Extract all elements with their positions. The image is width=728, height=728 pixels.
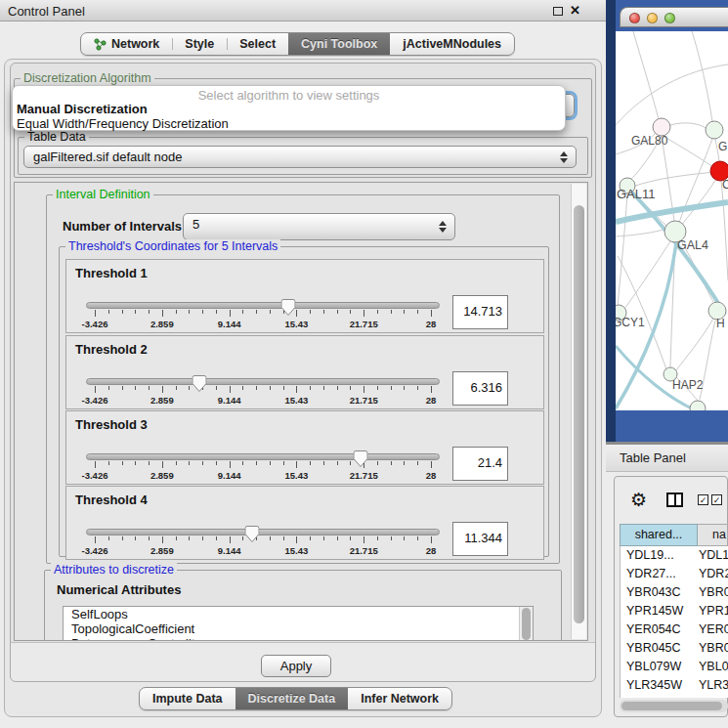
table-horizontal-scrollbar[interactable] [620, 700, 728, 712]
gear-icon[interactable]: ⚙ [630, 489, 647, 510]
tab-select[interactable]: Select [227, 33, 288, 55]
apply-button[interactable]: Apply [261, 655, 331, 677]
slider-thumb[interactable] [353, 450, 367, 471]
network-view-canvas[interactable]: GAL80GCGAL11GAL4GCY1HHAP2 [616, 31, 728, 410]
control-panel-titlebar [0, 0, 606, 21]
cell-shared-name: YIL052C [621, 695, 699, 698]
table-row[interactable]: YBL079WYBL0 [621, 658, 728, 676]
number-of-intervals-combobox[interactable]: 5 [183, 213, 455, 240]
column-header-shared[interactable]: shared... [620, 524, 698, 546]
interval-definition-group: Interval Definition Number of Intervals … [46, 194, 560, 564]
close-traffic-light-icon[interactable] [629, 13, 640, 23]
node-table-body[interactable]: YDL19...YDL1YDR27...YDR2YBR043CYBR0YPR14… [620, 546, 728, 698]
attributes-list[interactable]: SelfLoopsTopologicalCoefficientBetweenne… [63, 606, 534, 641]
table-data-value: galFiltered.sif default node [33, 150, 182, 164]
tick-label: 2.859 [150, 319, 174, 329]
tick-label: 9.144 [218, 395, 241, 406]
table-row[interactable]: YLR345WYLR3 [621, 676, 728, 695]
attributes-list-scrollbar[interactable] [519, 607, 533, 641]
network-edge[interactable] [670, 123, 706, 128]
table-row[interactable]: YIL052CYIL0 [621, 695, 728, 698]
thresholds-group: Threshold's Coordinates for 5 Intervals … [59, 246, 549, 557]
table-row[interactable]: YBR043CYBR0 [621, 583, 728, 602]
tick-label: -3.426 [82, 395, 108, 406]
screen: Control Panel ✕ NetworkStyleSelectCyni T… [0, 0, 728, 728]
tick-label: -3.426 [82, 545, 108, 556]
popup-option-equal-width-frequency-discretization[interactable]: Equal Width/Frequency Discretization [13, 116, 565, 131]
threshold-value-field[interactable]: 14.713 [452, 295, 508, 329]
network-edge[interactable] [662, 135, 714, 168]
attribute-item-topologicalcoefficient[interactable]: TopologicalCoefficient [64, 621, 533, 636]
tab-label: Select [239, 37, 276, 51]
cell-shared-name: YLR345W [621, 676, 699, 695]
tick-label: 9.144 [218, 470, 241, 481]
network-edge[interactable] [692, 31, 712, 121]
tab-impute-data[interactable]: Impute Data [140, 688, 236, 709]
checkbox-icon[interactable]: ✓ [698, 494, 708, 505]
settings-scrollpane: Interval Definition Number of Intervals … [14, 182, 588, 641]
cell-name: YDL1 [699, 546, 728, 565]
cell-shared-name: YDR27... [621, 565, 699, 583]
slider-thumb[interactable] [281, 299, 296, 320]
network-edge[interactable] [630, 172, 716, 188]
network-window-titlebar[interactable] [620, 7, 728, 27]
attribute-item-selfloops[interactable]: SelfLoops [64, 607, 533, 621]
tick-label: 28 [426, 319, 437, 329]
tab-label: Cyni Toolbox [301, 37, 377, 51]
close-icon[interactable]: ✕ [570, 3, 580, 18]
checkbox-icon[interactable]: ✓ [711, 494, 722, 505]
table-row[interactable]: YDL19...YDL1 [621, 546, 728, 565]
network-node-g[interactable] [706, 121, 723, 139]
split-table-icon[interactable] [666, 492, 683, 507]
cell-name: YDR2 [699, 565, 728, 583]
tab-discretize-data[interactable]: Discretize Data [236, 688, 349, 709]
tab-infer-network[interactable]: Infer Network [348, 688, 451, 709]
table-scrollbar-thumb[interactable] [621, 702, 722, 710]
attributes-group-title: Attributes to discretize [51, 563, 177, 577]
cell-shared-name: YPR145W [621, 602, 699, 621]
table-row[interactable]: YER054CYER0 [621, 621, 728, 639]
popup-option-manual-discretization[interactable]: Manual Discretization [13, 102, 565, 116]
table-row[interactable]: YPR145WYPR1 [621, 602, 728, 621]
tab-jactivemnodules[interactable]: jActiveMNodules [390, 33, 514, 55]
threshold-slider[interactable]: -3.4262.8599.14415.4321.71528 [86, 449, 440, 482]
threshold-value-field[interactable]: 11.344 [452, 522, 508, 556]
zoom-traffic-light-icon[interactable] [664, 13, 675, 23]
float-window-icon[interactable] [553, 7, 563, 16]
tab-label: Style [185, 37, 214, 51]
slider-track[interactable] [86, 302, 440, 309]
minimize-traffic-light-icon[interactable] [647, 13, 658, 23]
network-edge[interactable] [618, 193, 627, 306]
table-row[interactable]: YBR045CYBR0 [621, 639, 728, 658]
network-edge[interactable] [676, 319, 713, 370]
table-data-combobox[interactable]: galFiltered.sif default node [23, 146, 577, 168]
tab-label: Impute Data [152, 692, 223, 706]
tick-label: 21.715 [350, 545, 378, 556]
network-node[interactable] [690, 401, 706, 410]
threshold-slider[interactable]: -3.4262.8599.14415.4321.71528 [86, 373, 440, 407]
threshold-slider[interactable]: -3.4262.8599.14415.4321.71528 [86, 524, 440, 557]
tab-cyni-toolbox[interactable]: Cyni Toolbox [288, 33, 390, 55]
tab-network[interactable]: Network [81, 33, 172, 55]
attribute-item-betweennesscentrality[interactable]: BetweennessCentrality [64, 636, 533, 641]
slider-track[interactable] [86, 529, 440, 535]
cell-shared-name: YBR043C [621, 583, 699, 602]
table-row[interactable]: YDR27...YDR2 [621, 565, 728, 583]
threshold-slider[interactable]: -3.4262.8599.14415.4321.71528 [86, 297, 440, 330]
network-edge[interactable] [721, 181, 728, 280]
slider-thumb[interactable] [245, 526, 260, 546]
tick-label: 2.859 [150, 395, 174, 406]
slider-track[interactable] [86, 453, 440, 460]
attributes-group: Attributes to discretize Numerical Attri… [44, 570, 562, 641]
column-header-name[interactable]: na [698, 524, 728, 546]
tick-label: 28 [426, 545, 437, 556]
settings-scrollbar-thumb[interactable] [574, 205, 584, 623]
network-edge[interactable] [633, 31, 659, 119]
threshold-value-field[interactable]: 6.316 [452, 371, 508, 406]
settings-vertical-scrollbar[interactable] [571, 184, 586, 639]
threshold-value-field[interactable]: 21.4 [452, 447, 508, 481]
slider-track[interactable] [86, 378, 440, 385]
tab-style[interactable]: Style [172, 33, 227, 55]
cell-name: YLR3 [699, 676, 728, 695]
slider-thumb[interactable] [192, 375, 206, 396]
